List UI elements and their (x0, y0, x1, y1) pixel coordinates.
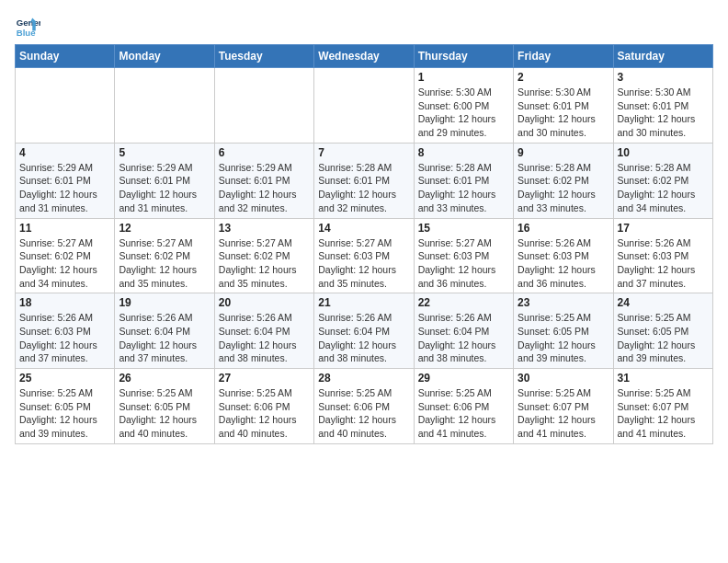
day-number: 28 (318, 372, 409, 385)
calendar-cell: 18Sunrise: 5:26 AM Sunset: 6:03 PM Dayli… (16, 293, 115, 369)
calendar-cell: 24Sunrise: 5:25 AM Sunset: 6:05 PM Dayli… (613, 293, 712, 369)
day-number: 20 (219, 296, 310, 309)
day-number: 27 (219, 372, 310, 385)
day-number: 2 (518, 71, 609, 84)
calendar-cell (16, 68, 115, 144)
calendar-cell: 4Sunrise: 5:29 AM Sunset: 6:01 PM Daylig… (16, 143, 115, 218)
calendar-cell: 17Sunrise: 5:26 AM Sunset: 6:03 PM Dayli… (613, 218, 712, 293)
day-number: 6 (219, 146, 310, 159)
calendar-cell: 3Sunrise: 5:30 AM Sunset: 6:01 PM Daylig… (613, 68, 712, 144)
day-info: Sunrise: 5:25 AM Sunset: 6:06 PM Dayligh… (219, 386, 310, 441)
calendar-cell: 19Sunrise: 5:26 AM Sunset: 6:04 PM Dayli… (115, 293, 214, 369)
day-info: Sunrise: 5:29 AM Sunset: 6:01 PM Dayligh… (219, 161, 310, 215)
calendar-cell: 2Sunrise: 5:30 AM Sunset: 6:01 PM Daylig… (514, 68, 613, 144)
calendar-cell: 16Sunrise: 5:26 AM Sunset: 6:03 PM Dayli… (514, 218, 613, 293)
calendar-cell: 27Sunrise: 5:25 AM Sunset: 6:06 PM Dayli… (214, 369, 313, 444)
calendar-cell (314, 68, 414, 144)
day-header-thursday: Thursday (414, 45, 513, 68)
day-number: 10 (618, 146, 709, 159)
day-number: 12 (119, 222, 210, 235)
day-info: Sunrise: 5:25 AM Sunset: 6:05 PM Dayligh… (119, 386, 210, 441)
day-number: 22 (418, 296, 509, 309)
day-number: 23 (518, 296, 609, 309)
calendar-cell: 5Sunrise: 5:29 AM Sunset: 6:01 PM Daylig… (115, 143, 214, 218)
logo-icon: General Blue (15, 15, 40, 40)
day-info: Sunrise: 5:25 AM Sunset: 6:07 PM Dayligh… (518, 386, 609, 441)
calendar-cell: 25Sunrise: 5:25 AM Sunset: 6:05 PM Dayli… (16, 369, 115, 444)
day-info: Sunrise: 5:30 AM Sunset: 6:01 PM Dayligh… (618, 86, 709, 140)
calendar-cell: 22Sunrise: 5:26 AM Sunset: 6:04 PM Dayli… (414, 293, 513, 369)
calendar-cell: 21Sunrise: 5:26 AM Sunset: 6:04 PM Dayli… (314, 293, 414, 369)
calendar-cell: 15Sunrise: 5:27 AM Sunset: 6:03 PM Dayli… (414, 218, 513, 293)
calendar-cell: 6Sunrise: 5:29 AM Sunset: 6:01 PM Daylig… (214, 143, 313, 218)
day-info: Sunrise: 5:27 AM Sunset: 6:03 PM Dayligh… (418, 236, 509, 291)
calendar-week-3: 11Sunrise: 5:27 AM Sunset: 6:02 PM Dayli… (16, 218, 713, 293)
calendar-cell: 23Sunrise: 5:25 AM Sunset: 6:05 PM Dayli… (514, 293, 613, 369)
day-info: Sunrise: 5:25 AM Sunset: 6:05 PM Dayligh… (618, 311, 709, 365)
day-number: 18 (19, 296, 110, 309)
calendar-cell: 8Sunrise: 5:28 AM Sunset: 6:01 PM Daylig… (414, 143, 513, 218)
day-number: 9 (518, 146, 609, 159)
day-info: Sunrise: 5:27 AM Sunset: 6:02 PM Dayligh… (19, 236, 110, 291)
day-number: 5 (119, 146, 210, 159)
day-header-friday: Friday (514, 45, 613, 68)
calendar-cell: 28Sunrise: 5:25 AM Sunset: 6:06 PM Dayli… (314, 369, 414, 444)
calendar-cell: 26Sunrise: 5:25 AM Sunset: 6:05 PM Dayli… (115, 369, 214, 444)
day-header-monday: Monday (115, 45, 214, 68)
calendar-cell: 31Sunrise: 5:25 AM Sunset: 6:07 PM Dayli… (613, 369, 712, 444)
day-number: 31 (618, 372, 709, 385)
calendar-cell: 10Sunrise: 5:28 AM Sunset: 6:02 PM Dayli… (613, 143, 712, 218)
calendar-week-4: 18Sunrise: 5:26 AM Sunset: 6:03 PM Dayli… (16, 293, 713, 369)
calendar-cell: 20Sunrise: 5:26 AM Sunset: 6:04 PM Dayli… (214, 293, 313, 369)
day-info: Sunrise: 5:27 AM Sunset: 6:02 PM Dayligh… (219, 236, 310, 291)
day-info: Sunrise: 5:26 AM Sunset: 6:04 PM Dayligh… (219, 311, 310, 365)
calendar-week-1: 1Sunrise: 5:30 AM Sunset: 6:00 PM Daylig… (16, 68, 713, 144)
day-number: 7 (318, 146, 409, 159)
calendar-cell: 12Sunrise: 5:27 AM Sunset: 6:02 PM Dayli… (115, 218, 214, 293)
day-info: Sunrise: 5:25 AM Sunset: 6:07 PM Dayligh… (618, 386, 709, 441)
page-header: General Blue (15, 15, 713, 40)
day-number: 15 (418, 222, 509, 235)
day-number: 16 (518, 222, 609, 235)
svg-text:General: General (17, 17, 40, 28)
day-number: 24 (618, 296, 709, 309)
day-number: 11 (19, 222, 110, 235)
day-header-sunday: Sunday (16, 45, 115, 68)
day-number: 4 (19, 146, 110, 159)
day-number: 3 (618, 71, 709, 84)
calendar-cell (115, 68, 214, 144)
day-info: Sunrise: 5:26 AM Sunset: 6:04 PM Dayligh… (418, 311, 509, 365)
day-info: Sunrise: 5:27 AM Sunset: 6:03 PM Dayligh… (318, 236, 409, 291)
logo: General Blue (15, 15, 44, 40)
day-header-saturday: Saturday (613, 45, 712, 68)
day-number: 30 (518, 372, 609, 385)
day-number: 13 (219, 222, 310, 235)
calendar-cell: 29Sunrise: 5:25 AM Sunset: 6:06 PM Dayli… (414, 369, 513, 444)
day-number: 1 (418, 71, 509, 84)
calendar-header-row: SundayMondayTuesdayWednesdayThursdayFrid… (16, 45, 713, 68)
day-number: 25 (19, 372, 110, 385)
calendar-week-2: 4Sunrise: 5:29 AM Sunset: 6:01 PM Daylig… (16, 143, 713, 218)
day-number: 19 (119, 296, 210, 309)
day-info: Sunrise: 5:25 AM Sunset: 6:05 PM Dayligh… (19, 386, 110, 441)
day-info: Sunrise: 5:25 AM Sunset: 6:06 PM Dayligh… (318, 386, 409, 441)
day-info: Sunrise: 5:26 AM Sunset: 6:03 PM Dayligh… (518, 236, 609, 291)
day-info: Sunrise: 5:30 AM Sunset: 6:00 PM Dayligh… (418, 86, 509, 140)
day-info: Sunrise: 5:28 AM Sunset: 6:02 PM Dayligh… (618, 161, 709, 215)
day-info: Sunrise: 5:26 AM Sunset: 6:03 PM Dayligh… (618, 236, 709, 291)
day-info: Sunrise: 5:28 AM Sunset: 6:01 PM Dayligh… (318, 161, 409, 215)
calendar: SundayMondayTuesdayWednesdayThursdayFrid… (15, 44, 713, 444)
calendar-cell: 13Sunrise: 5:27 AM Sunset: 6:02 PM Dayli… (214, 218, 313, 293)
calendar-cell: 9Sunrise: 5:28 AM Sunset: 6:02 PM Daylig… (514, 143, 613, 218)
calendar-cell (214, 68, 313, 144)
calendar-cell: 11Sunrise: 5:27 AM Sunset: 6:02 PM Dayli… (16, 218, 115, 293)
day-info: Sunrise: 5:27 AM Sunset: 6:02 PM Dayligh… (119, 236, 210, 291)
day-number: 26 (119, 372, 210, 385)
day-info: Sunrise: 5:30 AM Sunset: 6:01 PM Dayligh… (518, 86, 609, 140)
calendar-cell: 7Sunrise: 5:28 AM Sunset: 6:01 PM Daylig… (314, 143, 414, 218)
calendar-cell: 14Sunrise: 5:27 AM Sunset: 6:03 PM Dayli… (314, 218, 414, 293)
day-number: 29 (418, 372, 509, 385)
calendar-cell: 30Sunrise: 5:25 AM Sunset: 6:07 PM Dayli… (514, 369, 613, 444)
day-info: Sunrise: 5:28 AM Sunset: 6:02 PM Dayligh… (518, 161, 609, 215)
day-info: Sunrise: 5:26 AM Sunset: 6:04 PM Dayligh… (318, 311, 409, 365)
